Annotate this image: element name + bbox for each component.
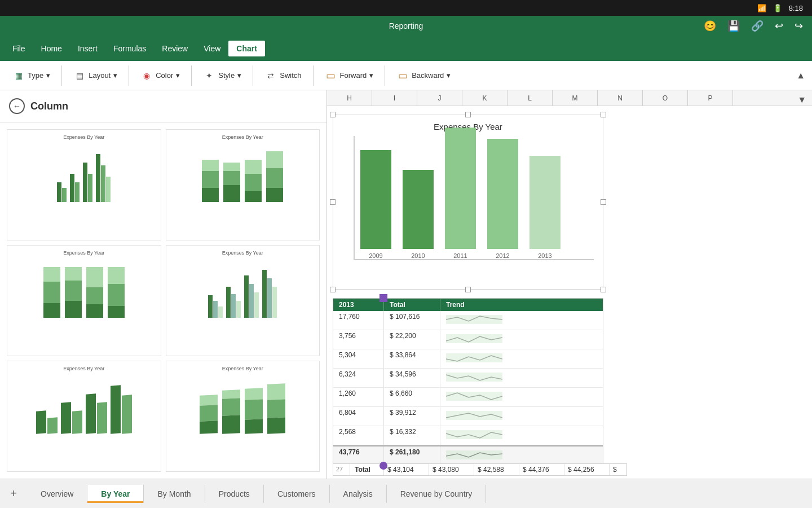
bar-2009-label: 2009: [369, 252, 382, 259]
bar-2013-label: 2013: [538, 252, 551, 259]
bar-2010-label: 2010: [411, 252, 425, 259]
chart-option-3[interactable]: Expenses By Year: [7, 245, 161, 356]
tab-bymonth[interactable]: By Month: [144, 485, 205, 503]
resize-handle-bottom[interactable]: [465, 287, 471, 292]
resize-handle-tr[interactable]: [601, 112, 606, 117]
total-val-1: $ 43,104: [384, 464, 429, 475]
divider-5: [313, 65, 314, 86]
dt-cell-3-2: $ 33,864: [384, 349, 440, 368]
dt-row-6: 6,804 $ 39,912: [333, 407, 603, 426]
resize-handle-left[interactable]: [330, 199, 336, 205]
emoji-icon[interactable]: 😊: [704, 20, 716, 32]
tab-byyear[interactable]: By Year: [87, 485, 144, 503]
backward-button[interactable]: ▭ Backward ▾: [391, 67, 456, 85]
selection-dot: [379, 294, 387, 302]
chart-option-2[interactable]: Expenses By Year: [166, 129, 320, 240]
tab-revbycountry[interactable]: Revenue by Country: [387, 485, 487, 503]
color-button[interactable]: ◉ Color ▾: [135, 67, 186, 85]
total-val-2: $ 43,080: [429, 464, 474, 475]
menu-chart[interactable]: Chart: [228, 41, 265, 56]
resize-handle-tl[interactable]: [330, 112, 336, 117]
type-button[interactable]: ▦ Type ▾: [7, 67, 56, 85]
dt-row-3: 5,304 $ 33,864: [333, 349, 603, 369]
switch-button[interactable]: ⇄ Switch: [259, 67, 307, 85]
bar-2012-fill: [487, 139, 518, 249]
tab-customers[interactable]: Customers: [264, 485, 330, 503]
menu-file[interactable]: File: [5, 41, 33, 56]
resize-handle-top[interactable]: [465, 112, 471, 117]
dropdown-arrow[interactable]: ▼: [797, 95, 806, 105]
panel-header: ← Column: [0, 90, 326, 122]
dt-cell-4-1: 6,324: [333, 369, 384, 387]
redo-icon[interactable]: ↪: [795, 20, 803, 32]
title-bar-icons: 😊 💾 🔗 ↩ ↪: [704, 20, 803, 32]
bar-2011-label: 2011: [453, 252, 467, 259]
col-header-i: I: [372, 90, 417, 106]
switch-icon: ⇄: [264, 69, 277, 82]
tab-overview[interactable]: Overview: [27, 485, 87, 503]
backward-icon: ▭: [396, 69, 409, 82]
total-val-3: $ 42,588: [474, 464, 519, 475]
trend-svg-total: [446, 448, 502, 462]
forward-icon: ▭: [325, 69, 337, 82]
col-headers: H I J K L M N O P: [327, 90, 812, 106]
trend-svg-6: [446, 409, 502, 422]
resize-handle-right[interactable]: [601, 199, 606, 205]
menu-review[interactable]: Review: [154, 41, 196, 56]
forward-button[interactable]: ▭ Forward ▾: [319, 67, 379, 85]
menu-formulas[interactable]: Formulas: [105, 41, 154, 56]
undo-icon[interactable]: ↩: [775, 20, 783, 32]
dt-cell-1-1: 17,760: [333, 311, 384, 330]
save-icon[interactable]: 💾: [727, 20, 740, 32]
svg-rect-6: [446, 430, 502, 439]
share-icon[interactable]: 🔗: [751, 20, 764, 32]
layout-label: Layout: [89, 71, 111, 80]
ribbon: ▦ Type ▾ ▤ Layout ▾ ◉ Color ▾ ✦ Style ▾ …: [0, 61, 812, 90]
dt-cell-6-2: $ 39,912: [384, 407, 440, 426]
chart-option-4[interactable]: Expenses By Year: [166, 245, 320, 356]
divider-1: [61, 65, 62, 86]
menu-view[interactable]: View: [196, 41, 228, 56]
chart-option-2-title: Expenses By Year: [171, 134, 315, 140]
col-header-l: L: [508, 90, 553, 106]
style-button[interactable]: ✦ Style ▾: [197, 67, 247, 85]
chart-option-5[interactable]: Expenses By Year: [7, 361, 161, 472]
chart-option-6-title: Expenses By Year: [171, 366, 315, 371]
menu-home[interactable]: Home: [33, 41, 70, 56]
back-button[interactable]: ←: [9, 98, 25, 114]
divider-4: [253, 65, 253, 86]
dt-row-1: 17,760 $ 107,616: [333, 311, 603, 330]
trend-svg-5: [446, 389, 502, 403]
svg-rect-5: [446, 411, 502, 420]
dt-cell-1-trend: [440, 311, 508, 330]
trend-svg-3: [446, 351, 502, 365]
layout-icon: ▤: [73, 69, 86, 82]
chart-body: 2009 2010 2011: [342, 136, 594, 260]
chart-preview-1: [12, 142, 156, 204]
ribbon-collapse-icon[interactable]: ▲: [796, 71, 805, 81]
menu-insert[interactable]: Insert: [70, 41, 105, 56]
resize-handle-bl[interactable]: [330, 287, 336, 292]
dt-row-4: 6,324 $ 34,596: [333, 369, 603, 388]
wifi-icon: 📶: [757, 4, 766, 12]
svg-rect-3: [446, 373, 502, 382]
col-header-h: H: [327, 90, 372, 106]
forward-label: Forward: [340, 71, 367, 80]
chart-option-1[interactable]: Expenses By Year: [7, 129, 161, 240]
dt-cell-6-1: 6,804: [333, 407, 384, 426]
menu-bar: File Home Insert Formulas Review View Ch…: [0, 36, 812, 61]
dt-cell-7-1: 2,568: [333, 426, 384, 445]
col-header-n: N: [598, 90, 643, 106]
dt-cell-7-trend: [440, 426, 508, 445]
layout-button[interactable]: ▤ Layout ▾: [68, 67, 123, 85]
trend-svg-4: [446, 370, 502, 384]
tab-analysis[interactable]: Analysis: [330, 485, 387, 503]
time-display: 8:18: [789, 4, 803, 12]
style-label: Style: [218, 71, 235, 80]
chart-option-3-title: Expenses By Year: [12, 250, 156, 256]
tab-products[interactable]: Products: [205, 485, 264, 503]
resize-handle-br[interactable]: [601, 287, 606, 292]
tab-active-indicator: [87, 501, 143, 503]
chart-option-6[interactable]: Expenses By Year: [166, 361, 320, 472]
add-tab-button[interactable]: +: [2, 483, 25, 505]
